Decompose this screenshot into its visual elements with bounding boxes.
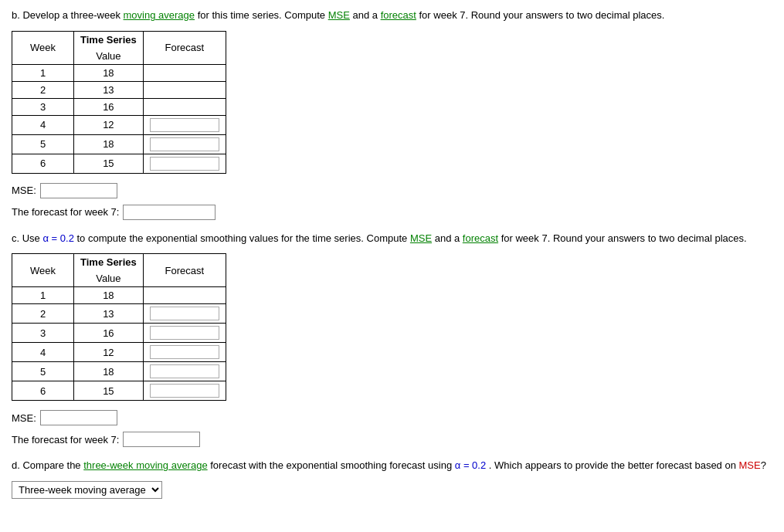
table-row: 6 15 (12, 381, 226, 401)
section-c-highlight-forecast: forecast (463, 232, 498, 244)
col-week-header: Week (12, 31, 74, 64)
value-cell: 13 (74, 304, 144, 324)
mse-input-c[interactable] (40, 410, 117, 425)
forecast-week7-label-c: The forecast for week 7: (12, 434, 119, 446)
value-cell: 18 (74, 134, 144, 154)
table-row: 3 16 (12, 98, 226, 115)
table-row: 5 18 (12, 134, 226, 154)
forecast-input-cell[interactable] (143, 115, 226, 134)
forecast-input-row5-b[interactable] (150, 137, 219, 151)
forecast-input-cell-c[interactable] (143, 343, 226, 362)
col-value-header-c: Value (74, 270, 144, 287)
week-cell: 5 (12, 134, 74, 154)
value-cell: 15 (74, 154, 144, 173)
week-cell: 4 (12, 115, 74, 134)
section-c: c. Use α = 0.2 to compute the exponentia… (12, 231, 772, 448)
value-cell: 12 (74, 343, 144, 362)
forecast-input-row4-b[interactable] (150, 118, 219, 132)
forecast-cell (143, 64, 226, 81)
section-c-table: Week Time Series Forecast Value 1 18 2 1… (12, 253, 226, 401)
forecast-week7-input-c[interactable] (123, 432, 200, 447)
mse-input-b[interactable] (40, 183, 117, 198)
section-d-highlight1: three-week moving average (83, 459, 207, 471)
week-cell: 2 (12, 81, 74, 98)
forecast-input-cell-c[interactable] (143, 304, 226, 324)
alpha-symbol-d: α = 0.2 (455, 459, 486, 471)
col-timeseries-header-top-c: Time Series (74, 254, 144, 271)
forecast-cell (143, 98, 226, 115)
mse-label-b: MSE: (12, 185, 36, 196)
value-cell: 12 (74, 115, 144, 134)
col-forecast-header-c: Forecast (143, 254, 226, 287)
mse-row-c: MSE: (12, 410, 772, 425)
col-timeseries-header-top: Time Series (74, 31, 144, 48)
section-b-table: Week Time Series Forecast Value 1 18 2 1… (12, 31, 226, 174)
mse-label-c: MSE: (12, 412, 36, 424)
week-cell: 1 (12, 287, 74, 304)
forecast-week7-label-b: The forecast for week 7: (12, 206, 119, 218)
week-cell: 1 (12, 64, 74, 81)
section-c-question: c. Use α = 0.2 to compute the exponentia… (12, 231, 772, 246)
better-forecast-dropdown[interactable]: Three-week moving average Exponential sm… (12, 481, 162, 499)
week-cell: 3 (12, 98, 74, 115)
table-row: 1 18 (12, 287, 226, 304)
week-cell: 4 (12, 343, 74, 362)
forecast-input-cell-c[interactable] (143, 362, 226, 381)
week-cell: 5 (12, 362, 74, 381)
value-cell: 16 (74, 98, 144, 115)
week-cell: 6 (12, 381, 74, 401)
table-row: 2 13 (12, 81, 226, 98)
section-b-question: b. Develop a three-week moving average f… (12, 8, 772, 23)
forecast-cell (143, 81, 226, 98)
forecast-input-cell[interactable] (143, 154, 226, 173)
section-b-highlight-mse: MSE (328, 9, 350, 21)
mse-row-b: MSE: (12, 183, 772, 198)
value-cell: 18 (74, 64, 144, 81)
forecast-input-row3-c[interactable] (150, 326, 219, 340)
week-cell: 3 (12, 324, 74, 343)
forecast-week7-input-b[interactable] (123, 205, 216, 220)
forecast-row-b: The forecast for week 7: (12, 205, 772, 220)
value-cell: 16 (74, 324, 144, 343)
section-c-highlight-mse: MSE (410, 232, 432, 244)
section-d-question: d. Compare the three-week moving average… (12, 458, 772, 473)
week-cell: 6 (12, 154, 74, 173)
value-cell: 15 (74, 381, 144, 401)
table-row: 5 18 (12, 362, 226, 381)
section-d: d. Compare the three-week moving average… (12, 458, 772, 499)
dropdown-container-d: Three-week moving average Exponential sm… (12, 481, 772, 499)
table-row: 1 18 (12, 64, 226, 81)
forecast-input-row6-c[interactable] (150, 384, 219, 398)
table-row: 2 13 (12, 304, 226, 324)
table-row: 4 12 (12, 343, 226, 362)
table-row: 4 12 (12, 115, 226, 134)
forecast-input-cell[interactable] (143, 134, 226, 154)
alpha-symbol-c: α = 0.2 (42, 232, 73, 244)
forecast-cell-c (143, 287, 226, 304)
table-row: 6 15 (12, 154, 226, 173)
week-cell: 2 (12, 304, 74, 324)
forecast-input-row4-c[interactable] (150, 345, 219, 359)
section-b-highlight-forecast: forecast (381, 9, 416, 21)
col-week-header-c: Week (12, 254, 74, 287)
table-row: 3 16 (12, 324, 226, 343)
forecast-input-row5-c[interactable] (150, 364, 219, 378)
col-value-header: Value (74, 48, 144, 65)
forecast-input-row2-c[interactable] (150, 307, 219, 320)
col-forecast-header: Forecast (143, 31, 226, 64)
value-cell: 18 (74, 362, 144, 381)
section-b: b. Develop a three-week moving average f… (12, 8, 772, 220)
value-cell: 18 (74, 287, 144, 304)
forecast-row-c: The forecast for week 7: (12, 432, 772, 447)
section-d-highlight-mse: MSE (739, 459, 761, 471)
section-b-highlight-moving: moving average (124, 9, 195, 21)
forecast-input-cell-c[interactable] (143, 381, 226, 401)
value-cell: 13 (74, 81, 144, 98)
forecast-input-cell-c[interactable] (143, 324, 226, 343)
forecast-input-row6-b[interactable] (150, 157, 219, 171)
